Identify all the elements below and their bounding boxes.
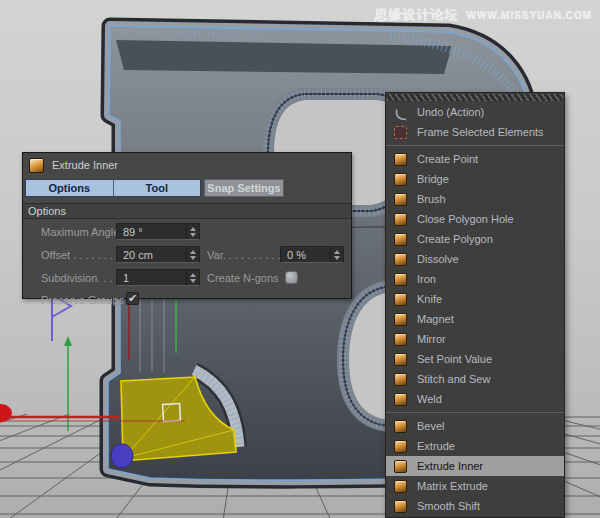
dissolve-icon xyxy=(394,253,407,266)
tab-options[interactable]: Options xyxy=(26,180,113,196)
iron-icon xyxy=(394,273,407,286)
subdivision-spinner[interactable] xyxy=(186,270,199,285)
extrude-inner-icon xyxy=(29,158,44,173)
dialog-title-bar[interactable]: Extrude Inner xyxy=(23,153,351,177)
subdivision-value[interactable]: 1 xyxy=(117,272,186,284)
offset-label: Offset . . . . . . . . xyxy=(41,249,119,261)
maximum-angle-row: Maximum Angle xyxy=(41,223,119,240)
menu-separator xyxy=(386,412,564,413)
bridge-icon xyxy=(394,173,407,186)
create-ngons-checkbox[interactable] xyxy=(285,271,298,284)
preserve-groups-label: Preserve Groups xyxy=(41,294,124,306)
stitch-and-sew-icon xyxy=(394,373,407,386)
tab-group-active: Options Tool xyxy=(25,179,201,197)
offset-row: Offset . . . . . . . . xyxy=(41,246,119,263)
menu-item-mirror[interactable]: Mirror xyxy=(386,329,564,349)
offset-value[interactable]: 20 cm xyxy=(117,249,186,261)
knife-icon xyxy=(394,293,407,306)
extrude-inner-dialog: Extrude Inner Options Tool Snap Settings… xyxy=(22,152,352,299)
set-point-value-icon xyxy=(394,353,407,366)
maximum-angle-spinner[interactable] xyxy=(186,224,199,239)
bevel-icon xyxy=(394,420,407,433)
watermark-site-url: WWW.MISSYUAN.COM xyxy=(467,10,592,21)
offset-field[interactable]: 20 cm xyxy=(116,246,200,263)
subdivision-field[interactable]: 1 xyxy=(116,269,200,286)
watermark: 思缘设计论坛 WWW.MISSYUAN.COM xyxy=(375,6,592,24)
var-value[interactable]: 0 % xyxy=(281,249,330,261)
menu-item-magnet[interactable]: Magnet xyxy=(386,309,564,329)
point-handle-purple-sphere[interactable] xyxy=(111,444,133,468)
create-polygon-icon xyxy=(394,233,407,246)
undo-icon xyxy=(394,106,407,119)
maximum-angle-label: Maximum Angle xyxy=(41,226,119,238)
create-ngons-row: Create N-gons xyxy=(207,269,279,286)
maximum-angle-field[interactable]: 89 ° xyxy=(116,223,200,240)
tab-tool[interactable]: Tool xyxy=(113,180,201,196)
menu-item-weld[interactable]: Weld xyxy=(386,389,564,409)
menu-item-bridge[interactable]: Bridge xyxy=(386,169,564,189)
menu-item-extrude[interactable]: Extrude xyxy=(386,436,564,456)
create-ngons-label: Create N-gons xyxy=(207,272,279,284)
section-header-options: Options xyxy=(23,203,351,219)
menu-item-frame-selected-elements[interactable]: Frame Selected Elements xyxy=(386,122,564,142)
viewport-3d[interactable]: 思缘设计论坛 WWW.MISSYUAN.COM Extrude Inner Op… xyxy=(0,0,600,518)
subdivision-label: Subdivision. . . . xyxy=(41,272,119,284)
axis-y-arrow[interactable] xyxy=(64,336,72,346)
watermark-site-name: 思缘设计论坛 xyxy=(375,6,459,24)
context-menu: Undo (Action) Frame Selected Elements Cr… xyxy=(385,92,565,518)
extrude-icon xyxy=(394,440,407,453)
var-spinner[interactable] xyxy=(330,247,343,262)
preserve-groups-checkbox[interactable]: ✔ xyxy=(126,292,139,305)
preserve-groups-row: Preserve Groups xyxy=(41,291,124,308)
maximum-angle-value[interactable]: 89 ° xyxy=(117,226,186,238)
matrix-extrude-icon xyxy=(394,480,407,493)
menu-item-stitch-and-sew[interactable]: Stitch and Sew xyxy=(386,369,564,389)
close-polygon-hole-icon xyxy=(394,213,407,226)
frame-selected-elements-icon xyxy=(394,126,407,139)
menu-item-create-point[interactable]: Create Point xyxy=(386,149,564,169)
dialog-title: Extrude Inner xyxy=(52,159,118,171)
extrude-inner-icon xyxy=(394,460,407,473)
menu-item-brush[interactable]: Brush xyxy=(386,189,564,209)
smooth-shift-icon xyxy=(394,500,407,513)
menu-item-create-polygon[interactable]: Create Polygon xyxy=(386,229,564,249)
menu-item-dissolve[interactable]: Dissolve xyxy=(386,249,564,269)
mirror-icon xyxy=(394,333,407,346)
create-point-icon xyxy=(394,153,407,166)
menu-item-smooth-shift[interactable]: Smooth Shift xyxy=(386,496,564,516)
var-label: Var. . . . . . . . . . xyxy=(207,249,281,261)
weld-icon xyxy=(394,393,407,406)
menu-tearoff-handle[interactable] xyxy=(387,94,563,101)
menu-item-extrude-inner[interactable]: Extrude Inner xyxy=(386,456,564,476)
var-field[interactable]: 0 % xyxy=(280,246,344,263)
dialog-tabs: Options Tool Snap Settings xyxy=(25,179,351,197)
brush-icon xyxy=(394,193,407,206)
menu-separator xyxy=(386,145,564,146)
menu-item-knife[interactable]: Knife xyxy=(386,289,564,309)
magnet-icon xyxy=(394,313,407,326)
var-row: Var. . . . . . . . . . xyxy=(207,246,281,263)
menu-item-matrix-extrude[interactable]: Matrix Extrude xyxy=(386,476,564,496)
menu-item-close-polygon-hole[interactable]: Close Polygon Hole xyxy=(386,209,564,229)
menu-item-set-point-value[interactable]: Set Point Value xyxy=(386,349,564,369)
subdivision-row: Subdivision. . . . xyxy=(41,269,119,286)
tab-snap-settings[interactable]: Snap Settings xyxy=(204,179,284,197)
menu-item-undo-action[interactable]: Undo (Action) xyxy=(386,102,564,122)
menu-item-bevel[interactable]: Bevel xyxy=(386,416,564,436)
offset-spinner[interactable] xyxy=(186,247,199,262)
menu-item-iron[interactable]: Iron xyxy=(386,269,564,289)
